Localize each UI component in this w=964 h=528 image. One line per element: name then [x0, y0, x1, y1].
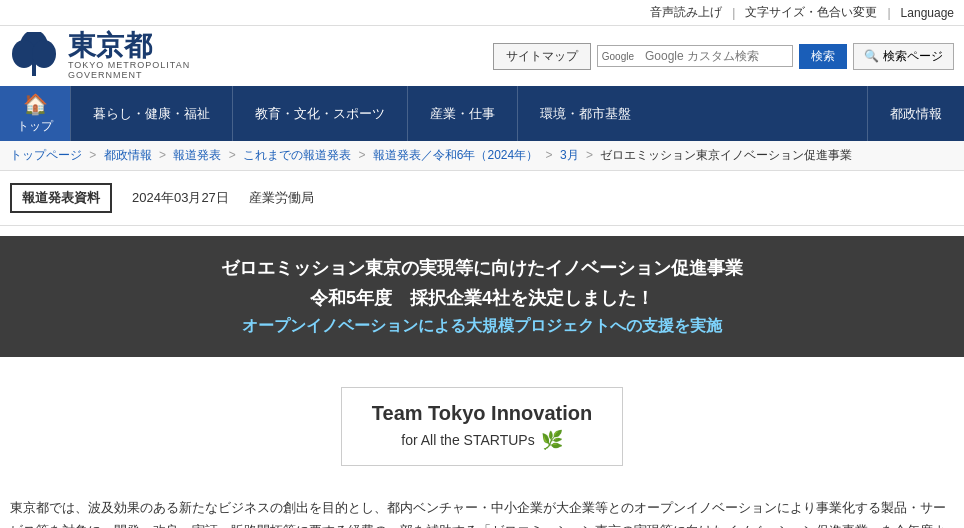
- press-date: 2024年03月27日: [132, 189, 229, 207]
- breadcrumb-current: ゼロエミッション東京イノベーション促進事業: [600, 148, 852, 162]
- header: 東京都 TOKYO METROPOLITANGOVERNMENT サイトマップ …: [0, 26, 964, 86]
- logo-text: 東京都 TOKYO METROPOLITANGOVERNMENT: [68, 32, 190, 80]
- svg-rect-3: [32, 62, 36, 76]
- search-area: サイトマップ Google 検索 🔍 検索ページ: [493, 43, 954, 70]
- ginkgo-icon: [10, 32, 58, 80]
- top-bar: 音声読み上げ | 文字サイズ・色合い変更 | Language: [0, 0, 964, 26]
- press-info: 報道発表資料 2024年03月27日 産業労働局: [0, 171, 964, 226]
- language-link[interactable]: Language: [901, 6, 954, 20]
- nav-item-environment[interactable]: 環境・都市基盤: [517, 86, 653, 141]
- font-size-link[interactable]: 文字サイズ・色合い変更: [745, 4, 877, 21]
- team-tokyo-title: Team Tokyo Innovation: [372, 402, 592, 425]
- breadcrumb-top[interactable]: トップページ: [10, 148, 82, 162]
- search-input[interactable]: [642, 46, 792, 66]
- team-tokyo-subtitle: for All the STARTUPs 🌿: [401, 429, 562, 451]
- home-icon: 🏠: [23, 92, 48, 116]
- nav-item-education[interactable]: 教育・文化・スポーツ: [232, 86, 407, 141]
- sitemap-button[interactable]: サイトマップ: [493, 43, 591, 70]
- search-button[interactable]: 検索: [799, 44, 847, 69]
- announcement-line2: 令和5年度 採択企業4社を決定しました！: [10, 286, 954, 310]
- leaf-icon: 🌿: [541, 429, 563, 451]
- nav-item-living[interactable]: 暮らし・健康・福祉: [70, 86, 232, 141]
- breadcrumb-past[interactable]: これまでの報道発表: [243, 148, 351, 162]
- announcement-line1: ゼロエミッション東京の実現等に向けたイノベーション促進事業: [10, 256, 954, 280]
- body-text: 東京都では、波及効果のある新たなビジネスの創出を目的とし、都内ベンチャー・中小企…: [0, 486, 964, 528]
- announcement-banner: ゼロエミッション東京の実現等に向けたイノベーション促進事業 令和5年度 採択企業…: [0, 236, 964, 357]
- breadcrumb: トップページ > 都政情報 > 報道発表 > これまでの報道発表 > 報道発表／…: [0, 141, 964, 171]
- voice-read-link[interactable]: 音声読み上げ: [650, 4, 722, 21]
- announcement-line3: オープンイノベーションによる大規模プロジェクトへの支援を実施: [10, 316, 954, 337]
- logo-image-area: Team Tokyo Innovation for All the STARTU…: [0, 367, 964, 486]
- nav-items: 暮らし・健康・福祉 教育・文化・スポーツ 産業・仕事 環境・都市基盤 都政情報: [70, 86, 964, 141]
- nav-item-industry[interactable]: 産業・仕事: [407, 86, 517, 141]
- breadcrumb-2024[interactable]: 報道発表／令和6年（2024年）: [373, 148, 538, 162]
- nav-home[interactable]: 🏠 トップ: [0, 86, 70, 141]
- logo-area: 東京都 TOKYO METROPOLITANGOVERNMENT: [10, 32, 190, 80]
- press-label: 報道発表資料: [10, 183, 112, 213]
- team-tokyo-logo: Team Tokyo Innovation for All the STARTU…: [341, 387, 623, 466]
- press-dept: 産業労働局: [249, 189, 314, 207]
- breadcrumb-politics[interactable]: 都政情報: [104, 148, 152, 162]
- search-page-button[interactable]: 🔍 検索ページ: [853, 43, 954, 70]
- google-label: Google: [598, 51, 638, 62]
- main-nav: 🏠 トップ 暮らし・健康・福祉 教育・文化・スポーツ 産業・仕事 環境・都市基盤…: [0, 86, 964, 141]
- nav-item-politics[interactable]: 都政情報: [867, 86, 964, 141]
- magnifier-icon: 🔍: [864, 49, 879, 63]
- breadcrumb-march[interactable]: 3月: [560, 148, 579, 162]
- logo-kanji: 東京都: [68, 32, 190, 60]
- nav-home-label: トップ: [17, 118, 53, 135]
- logo-en: TOKYO METROPOLITANGOVERNMENT: [68, 60, 190, 80]
- breadcrumb-press[interactable]: 報道発表: [173, 148, 221, 162]
